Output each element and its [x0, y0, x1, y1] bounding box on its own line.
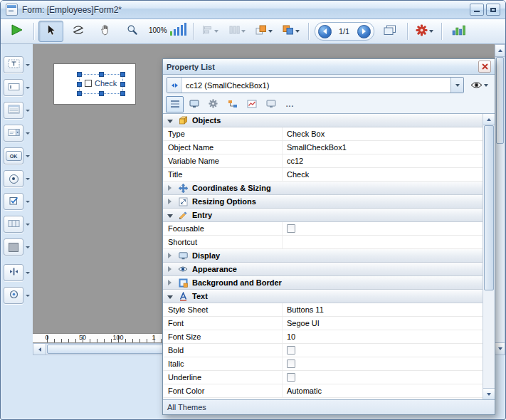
selection-handle[interactable]	[120, 72, 125, 77]
align-objects-button[interactable]	[198, 21, 223, 42]
property-value[interactable]: SmallCheckBox1	[283, 141, 483, 154]
property-row[interactable]: Variable Name cc12	[163, 154, 483, 168]
tab-display[interactable]	[185, 96, 203, 112]
property-row[interactable]: Bold	[163, 344, 483, 357]
selection-handle[interactable]	[77, 72, 82, 77]
tab-chart[interactable]	[243, 96, 260, 112]
section-row-background-border[interactable]: Background and Border	[163, 276, 483, 290]
tool-dropdown-icon[interactable]	[26, 295, 30, 297]
tab-screen[interactable]	[262, 96, 280, 112]
title-bar[interactable]: Form: [Employees]Form2*	[1, 1, 505, 19]
tool-field[interactable]	[4, 79, 30, 96]
form-page[interactable]: Check	[53, 63, 136, 105]
property-row[interactable]: Underline	[163, 371, 483, 384]
object-selector-combobox[interactable]: cc12 (SmallCheckBox1)	[167, 77, 464, 93]
property-value[interactable]: Check Box	[283, 127, 483, 140]
maximize-button[interactable]	[486, 4, 500, 16]
underline-checkbox[interactable]	[287, 373, 295, 382]
tool-checkbox[interactable]	[4, 193, 30, 210]
select-tool-button[interactable]	[38, 21, 63, 42]
selection-handle[interactable]	[120, 82, 125, 87]
form-settings-button[interactable]	[412, 21, 437, 42]
section-row-appearance[interactable]: Appearance	[163, 263, 483, 276]
property-value[interactable]: Automatic	[283, 384, 483, 397]
tool-rectangle[interactable]	[4, 238, 30, 256]
object-navigation-icon[interactable]	[167, 78, 182, 93]
bold-checkbox[interactable]	[287, 346, 295, 355]
tab-events[interactable]	[223, 96, 241, 112]
insert-chart-button[interactable]	[446, 21, 471, 42]
property-row[interactable]: Font Size 10	[163, 330, 483, 344]
distribute-objects-button[interactable]	[225, 21, 250, 42]
scroll-up-button[interactable]	[495, 45, 505, 57]
expand-arrow-icon[interactable]	[168, 199, 172, 204]
property-row[interactable]: Font Color Automatic	[163, 384, 483, 398]
property-value[interactable]: Check	[283, 168, 483, 181]
expand-arrow-icon[interactable]	[167, 295, 173, 299]
vertical-scrollbar[interactable]	[495, 44, 505, 355]
tool-splitter[interactable]	[4, 264, 30, 281]
tool-spinner[interactable]	[4, 287, 30, 304]
tab-more[interactable]: ...	[281, 96, 299, 112]
property-value[interactable]: cc12	[283, 154, 483, 167]
property-row[interactable]: Italic	[163, 357, 483, 371]
tab-property-list[interactable]	[166, 96, 184, 112]
scroll-left-button[interactable]	[33, 344, 46, 355]
selection-handle[interactable]	[99, 91, 104, 96]
property-value[interactable]: Buttons 11	[283, 303, 483, 316]
expand-arrow-icon[interactable]	[168, 266, 172, 272]
expand-arrow-icon[interactable]	[168, 253, 172, 258]
property-value[interactable]: Segoe UI	[283, 317, 483, 330]
selection-handle[interactable]	[77, 91, 82, 96]
tool-dropdown-icon[interactable]	[26, 246, 30, 248]
tool-text[interactable]	[4, 56, 30, 73]
property-row[interactable]: Font Segoe UI	[163, 317, 483, 330]
tool-button-grid[interactable]	[4, 216, 30, 233]
tool-dropdown-icon[interactable]	[26, 178, 30, 180]
section-row-display[interactable]: Display	[163, 249, 483, 263]
section-row-coordinates[interactable]: Coordinates & Sizing	[163, 182, 483, 195]
tool-dropdown-icon[interactable]	[26, 64, 30, 66]
tool-combobox[interactable]	[4, 125, 30, 142]
zoom-level-control[interactable]: 100%	[147, 23, 189, 40]
property-row[interactable]: Object Name SmallCheckBox1	[163, 141, 483, 154]
section-row-text[interactable]: Text	[163, 290, 483, 303]
move-to-front-button[interactable]	[252, 21, 277, 42]
tool-radio-button[interactable]	[4, 170, 30, 187]
combobox-dropdown-button[interactable]	[450, 78, 463, 93]
property-value[interactable]: 10	[283, 330, 483, 343]
previous-page-button[interactable]	[318, 25, 332, 38]
expand-arrow-icon[interactable]	[167, 214, 173, 218]
tool-dropdown-icon[interactable]	[26, 155, 30, 157]
italic-checkbox[interactable]	[287, 359, 295, 368]
entry-order-tool-button[interactable]	[65, 21, 90, 42]
selection-handle[interactable]	[120, 91, 125, 96]
scroll-up-button[interactable]	[483, 114, 495, 125]
property-row[interactable]: Type Check Box	[163, 127, 483, 141]
scroll-down-button[interactable]	[483, 388, 495, 399]
expand-arrow-icon[interactable]	[168, 280, 172, 285]
zoom-tool-button[interactable]	[120, 21, 144, 42]
property-list-scrollbar[interactable]	[483, 114, 495, 399]
property-row[interactable]: Shortcut	[163, 236, 483, 249]
expand-arrow-icon[interactable]	[168, 185, 172, 191]
section-row-resizing[interactable]: Resizing Options	[163, 195, 483, 209]
tool-dropdown-icon[interactable]	[26, 224, 30, 226]
tool-dropdown-icon[interactable]	[26, 110, 30, 112]
selection-handle[interactable]	[77, 82, 82, 87]
tab-settings[interactable]	[204, 96, 222, 112]
tool-dropdown-icon[interactable]	[26, 272, 30, 274]
scroll-thumb[interactable]	[484, 125, 494, 290]
selected-checkbox-object[interactable]: Check	[80, 75, 122, 93]
tool-dropdown-icon[interactable]	[26, 87, 30, 89]
tool-button[interactable]: OK	[4, 147, 30, 164]
vertical-scroll-thumb[interactable]	[496, 57, 504, 144]
view-options-button[interactable]	[467, 78, 491, 93]
property-row[interactable]: Focusable	[163, 222, 483, 236]
layer-order-button[interactable]	[279, 21, 304, 42]
form-pages-button[interactable]	[378, 21, 403, 42]
focusable-checkbox[interactable]	[287, 224, 295, 233]
selection-handle[interactable]	[99, 72, 104, 77]
tool-dropdown-icon[interactable]	[26, 201, 30, 203]
property-row[interactable]: Title Check	[163, 168, 483, 182]
